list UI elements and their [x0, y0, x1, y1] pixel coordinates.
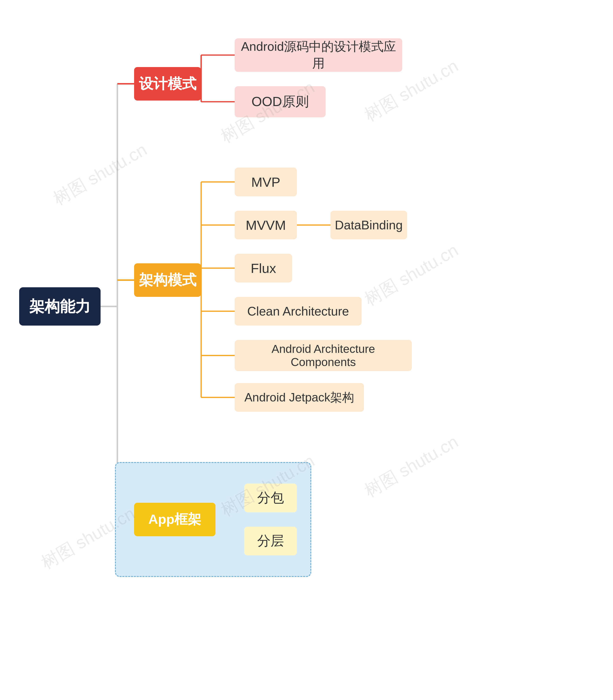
arch-mode-node: 架构模式 [134, 263, 201, 297]
databinding-node: DataBinding [330, 211, 407, 239]
design-mode-node: 设计模式 [134, 67, 201, 101]
design-child1-node: Android源码中的设计模式应用 [235, 38, 402, 72]
fenb-node: 分包 [244, 484, 297, 512]
mvp-node: MVP [235, 168, 297, 196]
root-node: 架构能力 [19, 287, 101, 326]
jetpack-node: Android Jetpack架构 [235, 383, 364, 412]
app-frame-node: App框架 [134, 503, 216, 536]
watermark-4: 树图 shutu.cn [361, 239, 462, 311]
flux-node: Flux [235, 254, 292, 282]
mvvm-node: MVVM [235, 211, 297, 239]
watermark-1: 树图 shutu.cn [49, 138, 151, 210]
design-child2-node: OOD原则 [235, 86, 326, 117]
diagram-container: 架构能力 设计模式 Android源码中的设计模式应用 OOD原则 架构模式 M… [0, 0, 613, 700]
fenceng-node: 分层 [244, 527, 297, 555]
clean-arch-node: Clean Architecture [235, 297, 362, 326]
watermark-7: 树图 shutu.cn [361, 430, 462, 502]
aac-node: Android Architecture Components [235, 340, 412, 371]
